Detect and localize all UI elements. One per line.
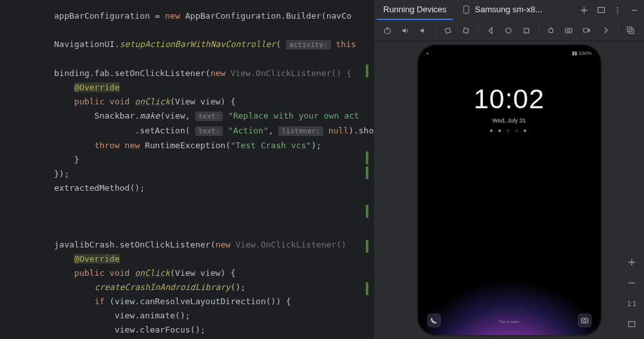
tab-label: Running Devices bbox=[383, 5, 446, 14]
zoom-ratio-button[interactable]: 1:1 bbox=[623, 295, 640, 312]
fit-icon[interactable] bbox=[623, 316, 640, 333]
phone-icon bbox=[462, 5, 471, 14]
chevron-right-icon[interactable] bbox=[598, 22, 614, 39]
svg-rect-14 bbox=[583, 28, 588, 32]
minimize-icon[interactable] bbox=[627, 3, 641, 17]
svg-rect-10 bbox=[524, 28, 529, 33]
svg-point-18 bbox=[583, 320, 586, 322]
override-annotation: @Override bbox=[74, 82, 119, 92]
running-devices-toolwindow: Running Devices Samsung sm-x8... bbox=[374, 0, 644, 339]
device-status-bar: •▮▮ 100% bbox=[418, 50, 601, 56]
power-icon[interactable] bbox=[379, 22, 396, 39]
svg-point-3 bbox=[617, 7, 618, 8]
device-screen[interactable]: •▮▮ 100% 10:02 Wed, July 31 ● ● ○ ○ ● Ta… bbox=[418, 45, 601, 335]
device-date: Wed, July 31 bbox=[418, 117, 601, 124]
device-indicators: ● ● ○ ○ ● bbox=[418, 128, 601, 133]
zoom-out-icon[interactable] bbox=[623, 275, 640, 291]
rotate-left-icon[interactable] bbox=[440, 22, 457, 39]
svg-point-13 bbox=[567, 30, 570, 32]
svg-point-9 bbox=[506, 28, 511, 33]
screenshot-icon[interactable] bbox=[561, 22, 578, 39]
override-annotation: @Override bbox=[74, 254, 119, 264]
overview-icon[interactable] bbox=[518, 22, 535, 39]
svg-rect-2 bbox=[598, 8, 604, 13]
window-button[interactable] bbox=[594, 3, 608, 17]
svg-rect-7 bbox=[445, 28, 451, 34]
zoom-in-icon[interactable] bbox=[623, 254, 640, 271]
svg-point-5 bbox=[617, 12, 618, 14]
code-editor[interactable]: appBarConfiguration = new AppBarConfigur… bbox=[0, 0, 374, 339]
device-hint-text: Tap to open bbox=[418, 320, 601, 324]
device-clock: 10:02 bbox=[418, 84, 601, 115]
svg-rect-19 bbox=[629, 322, 635, 327]
record-icon[interactable] bbox=[578, 22, 595, 39]
device-display-area: •▮▮ 100% 10:02 Wed, July 31 ● ● ○ ○ ● Ta… bbox=[374, 41, 644, 339]
add-tab-button[interactable] bbox=[577, 3, 591, 17]
tab-device-samsung[interactable]: Samsung sm-x8... bbox=[455, 1, 549, 20]
tab-running-devices[interactable]: Running Devices bbox=[377, 1, 453, 20]
svg-point-1 bbox=[466, 12, 467, 13]
device-toolbar bbox=[374, 20, 644, 41]
camera-app-icon[interactable] bbox=[578, 313, 592, 327]
layers-icon[interactable] bbox=[622, 22, 639, 39]
svg-point-4 bbox=[617, 10, 618, 11]
more-icon[interactable] bbox=[611, 3, 625, 17]
tab-label: Samsung sm-x8... bbox=[475, 5, 542, 14]
up-icon[interactable] bbox=[543, 22, 560, 39]
home-icon[interactable] bbox=[500, 22, 517, 39]
svg-rect-8 bbox=[463, 28, 469, 34]
back-icon[interactable] bbox=[482, 22, 499, 39]
zoom-controls: 1:1 bbox=[622, 254, 641, 333]
volume-up-icon[interactable] bbox=[397, 22, 414, 39]
rotate-right-icon[interactable] bbox=[457, 22, 474, 39]
volume-down-icon[interactable] bbox=[415, 22, 431, 39]
toolwindow-tabs: Running Devices Samsung sm-x8... bbox=[374, 0, 644, 20]
svg-rect-11 bbox=[549, 28, 553, 32]
